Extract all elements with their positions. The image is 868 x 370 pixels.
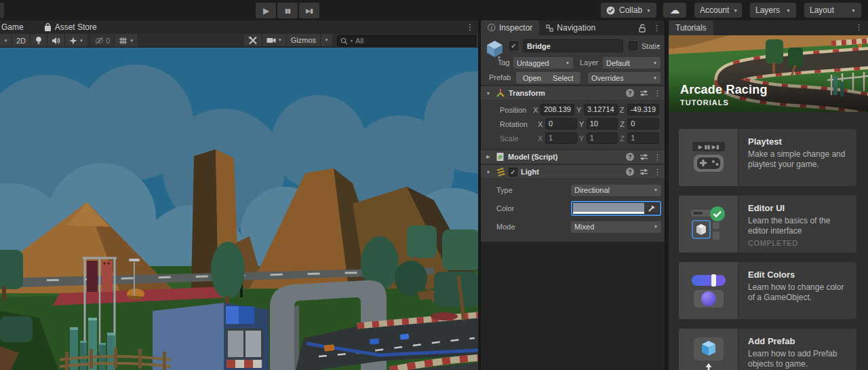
chevron-down-icon: ▼ — [654, 188, 658, 192]
position-y-field[interactable]: 3.12714 — [584, 104, 618, 115]
prefab-select-button[interactable]: Select — [546, 72, 580, 84]
scene-3d-render — [0, 48, 478, 370]
foldout-arrow-icon[interactable]: ▶ — [484, 154, 492, 160]
camera-dropdown-button[interactable]: ▼ — [262, 34, 287, 46]
presets-icon[interactable] — [639, 89, 648, 97]
foldout-arrow-icon[interactable]: ▼ — [484, 91, 492, 96]
layer-dropdown[interactable]: Default ▼ — [603, 57, 660, 69]
tag-dropdown[interactable]: Untagged ▼ — [513, 57, 573, 69]
gizmos-arrow-button[interactable]: ▼ — [321, 34, 333, 46]
light-color-row: Color — [481, 198, 661, 219]
light-color-label: Color — [496, 204, 571, 212]
tutorial-card-playtest[interactable]: ▶ ▮▮ ▶▮ Playtest Make a simple change an… — [679, 129, 856, 186]
help-icon[interactable]: ? — [626, 153, 634, 161]
scale-z-field[interactable]: 1 — [627, 132, 659, 144]
chevron-down-icon: ▼ — [130, 39, 134, 43]
tutorial-card-editor-ui[interactable]: Editor UI Learn the basics of the editor… — [679, 196, 856, 253]
tool-button-clipped[interactable] — [0, 3, 4, 18]
light-enabled-checkbox[interactable]: ✓ — [509, 168, 517, 177]
search-input[interactable] — [355, 37, 473, 45]
layers-dropdown[interactable]: Layers ▼ — [750, 3, 796, 18]
component-menu-kebab-icon[interactable]: ⋮ — [654, 89, 661, 98]
cloud-services-button[interactable]: ☁ — [663, 3, 686, 18]
tutorials-hero-title: Arcade Racing — [680, 83, 768, 97]
component-menu-kebab-icon[interactable]: ⋮ — [654, 168, 661, 177]
light-color-field[interactable] — [571, 201, 661, 216]
static-dropdown-arrow[interactable]: ▼ — [656, 44, 660, 48]
presets-icon[interactable] — [639, 168, 648, 176]
light-bulb-icon — [35, 36, 43, 45]
inspector-tab-label: Inspector — [499, 23, 532, 33]
inspector-menu-kebab-icon[interactable]: ⋮ — [653, 24, 660, 33]
model-script-header[interactable]: ▶ # Model (Script) ? ⋮ — [481, 149, 665, 164]
chevron-down-icon: ▼ — [325, 38, 329, 42]
wrench-screwdriver-icon — [248, 36, 258, 45]
chevron-down-icon: ▼ — [653, 76, 657, 80]
gameobject-name-field[interactable] — [523, 39, 623, 52]
rotation-x-field[interactable]: 0 — [545, 118, 577, 130]
scale-x-field[interactable]: 1 — [545, 132, 577, 144]
prefab-overrides-dropdown[interactable]: Overrides ▼ — [588, 72, 660, 84]
light-type-dropdown[interactable]: Directional ▼ — [571, 185, 661, 196]
chevron-down-icon: ▼ — [654, 225, 658, 229]
layers-label: Layers — [755, 5, 780, 15]
gizmos-dropdown[interactable]: Gizmos — [287, 34, 321, 46]
unlock-icon[interactable] — [639, 24, 646, 33]
component-menu-kebab-icon[interactable]: ⋮ — [654, 153, 661, 162]
scale-y-field[interactable]: 1 — [587, 132, 618, 144]
collab-dropdown[interactable]: Collab ▼ — [601, 3, 656, 18]
grid-dropdown-button[interactable]: ▼ — [115, 34, 138, 47]
tutorial-card-list: ▶ ▮▮ ▶▮ Playtest Make a simple change an… — [669, 112, 868, 370]
shopping-bag-icon — [44, 23, 52, 31]
step-button[interactable]: ▶▮ — [299, 3, 319, 18]
hidden-objects-button[interactable]: 0 — [91, 34, 115, 47]
axis-y-label: Y — [579, 120, 585, 128]
draw-mode-dropdown[interactable]: ▼ — [0, 34, 12, 47]
tutorial-card-add-prefab[interactable]: Add Prefab Learn how to add Prefab objec… — [679, 329, 856, 370]
scene-search[interactable]: ▼ — [337, 35, 476, 46]
light-mode-value: Mixed — [574, 223, 594, 231]
component-tools-button[interactable] — [244, 34, 262, 46]
static-checkbox[interactable] — [629, 41, 637, 50]
eyedropper-button[interactable] — [644, 203, 659, 214]
rotation-y-field[interactable]: 10 — [587, 118, 618, 130]
collab-check-circle-icon — [606, 6, 615, 15]
tutorial-card-edit-colors[interactable]: Edit Colors Learn how to change color of… — [679, 262, 856, 319]
light-mode-dropdown[interactable]: Mixed ▼ — [571, 221, 661, 233]
presets-icon[interactable] — [639, 153, 648, 161]
color-swatch[interactable] — [573, 203, 644, 214]
directional-light-icon — [496, 168, 505, 177]
axis-z-label: Z — [620, 134, 625, 143]
account-dropdown[interactable]: Account ▼ — [694, 3, 742, 18]
tab-inspector[interactable]: ⓘ Inspector — [481, 20, 539, 35]
effects-dropdown-button[interactable]: ▼ — [65, 34, 88, 47]
tutorials-menu-kebab-icon[interactable]: ⋮ — [855, 23, 863, 32]
pause-button[interactable]: ▮▮ — [277, 3, 298, 18]
play-button[interactable]: ▶ — [256, 3, 276, 18]
scene-viewport[interactable] — [0, 48, 478, 370]
axis-y-label: Y — [579, 134, 585, 143]
light-component-header[interactable]: ▼ ✓ Light ? ⋮ — [481, 164, 665, 179]
rotation-z-field[interactable]: 0 — [627, 118, 659, 130]
prefab-open-button[interactable]: Open — [516, 72, 548, 84]
tab-tutorials[interactable]: Tutorials — [669, 20, 713, 35]
position-z-field[interactable]: -49.319 — [627, 104, 659, 115]
tab-game[interactable]: Game — [0, 20, 29, 34]
view-menu-kebab-icon[interactable]: ⋮ — [466, 22, 474, 32]
2d-toggle-button[interactable]: 2D — [12, 34, 31, 47]
chevron-down-icon: ▼ — [851, 8, 856, 13]
help-icon[interactable]: ? — [626, 168, 634, 176]
collab-label: Collab — [619, 5, 642, 15]
layout-dropdown[interactable]: Layout ▼ — [804, 3, 861, 18]
tab-navigation[interactable]: Navigation — [539, 20, 602, 35]
active-checkbox[interactable]: ✓ — [509, 41, 518, 50]
transform-component-header[interactable]: ▼ Transform ? ⋮ — [481, 86, 665, 100]
position-x-field[interactable]: 208.139 — [540, 104, 574, 115]
foldout-arrow-icon[interactable]: ▼ — [484, 170, 492, 174]
2d-label: 2D — [16, 37, 26, 45]
scene-audio-button[interactable] — [47, 34, 65, 47]
tab-asset-store[interactable]: Asset Store — [39, 20, 102, 34]
scene-lighting-button[interactable] — [31, 34, 47, 47]
light-type-row: Type Directional ▼ — [481, 182, 661, 198]
help-icon[interactable]: ? — [626, 89, 634, 97]
